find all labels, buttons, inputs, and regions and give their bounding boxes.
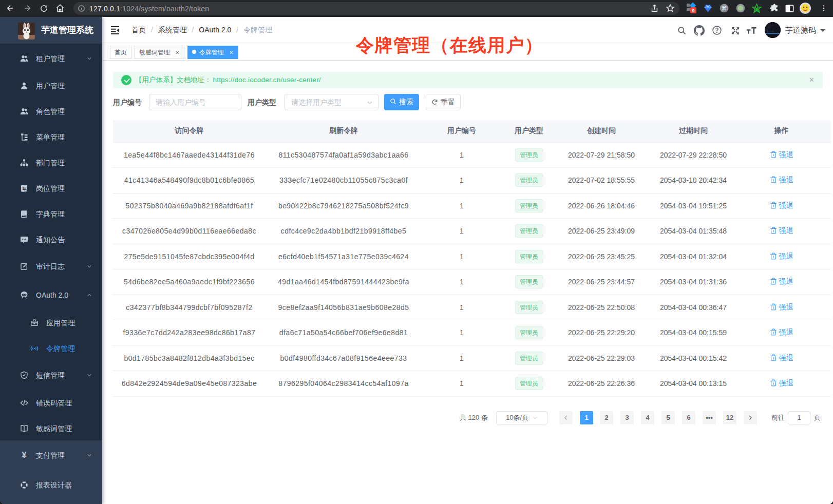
svg-text:9: 9 [692, 8, 694, 13]
svg-text:⌘: ⌘ [722, 5, 727, 11]
svg-text:¥: ¥ [22, 451, 27, 459]
